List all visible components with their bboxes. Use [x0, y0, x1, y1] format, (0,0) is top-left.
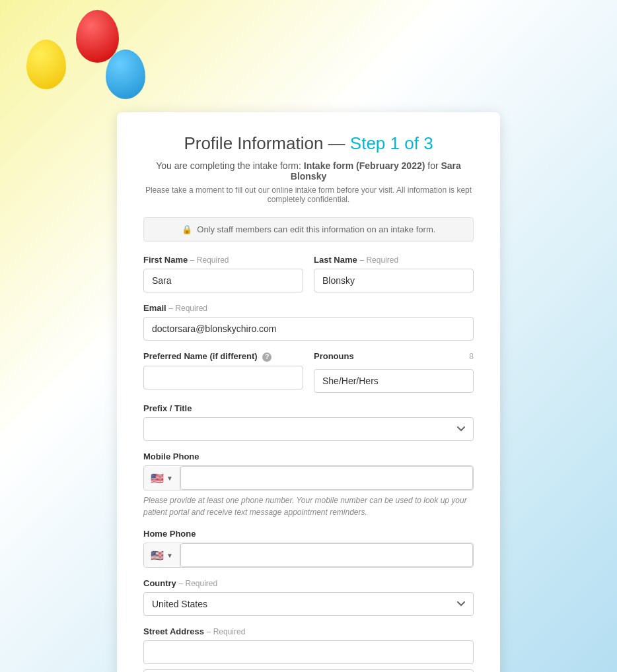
prefix-title-label: Prefix / Title: [143, 403, 474, 413]
preferred-name-help-icon[interactable]: ?: [262, 353, 272, 362]
street-address-input[interactable]: [143, 640, 474, 664]
mobile-phone-label: Mobile Phone: [143, 452, 474, 461]
country-select-wrapper: United States Canada United Kingdom Aust…: [143, 592, 474, 616]
pronouns-label: Pronouns: [314, 351, 354, 361]
suite-number-input[interactable]: [143, 669, 474, 672]
pronouns-group: Pronouns 8: [314, 351, 474, 393]
staff-only-banner: 🔒 Only staff members can edit this infor…: [143, 217, 474, 242]
name-row: First Name – Required Last Name – Requir…: [143, 255, 474, 292]
balloon-red: [76, 10, 119, 63]
mobile-phone-input[interactable]: [180, 466, 473, 490]
intake-form-name: Intake form (February 2022): [304, 160, 425, 171]
balloon-blue: [106, 50, 145, 99]
home-phone-field-row: 🇺🇸 ▼: [143, 543, 474, 568]
preferred-name-input[interactable]: [143, 366, 303, 389]
lock-icon: 🔒: [182, 224, 192, 234]
country-label: Country – Required: [143, 578, 474, 588]
balloons-decoration: [26, 7, 145, 119]
preferred-name-label: Preferred Name (if different) ?: [143, 351, 303, 362]
preferred-name-group: Preferred Name (if different) ?: [143, 351, 303, 393]
last-name-group: Last Name – Required: [314, 255, 474, 292]
email-input[interactable]: [143, 317, 474, 341]
street-address-group: Street Address – Required: [143, 626, 474, 672]
email-group: Email – Required: [143, 303, 474, 341]
form-card: Profile Information — Step 1 of 3 You ar…: [117, 112, 500, 672]
home-phone-flag: 🇺🇸: [151, 549, 164, 562]
mobile-phone-flag: 🇺🇸: [151, 472, 164, 485]
step-label: Step 1 of 3: [350, 133, 433, 153]
country-select[interactable]: United States Canada United Kingdom Aust…: [143, 592, 474, 616]
page-title: Profile Information — Step 1 of 3: [143, 133, 474, 154]
mobile-phone-field-row: 🇺🇸 ▼: [143, 465, 474, 490]
subtitle: You are completing the intake form: Inta…: [143, 160, 474, 182]
home-phone-flag-select[interactable]: 🇺🇸 ▼: [144, 544, 180, 567]
subtitle-note: Please take a moment to fill out our onl…: [143, 185, 474, 204]
prefix-title-group: Prefix / Title Mr. Mrs. Ms. Dr. Prof.: [143, 403, 474, 441]
page-title-text: Profile Information —: [184, 133, 349, 153]
mobile-phone-hint: Please provide at least one phone number…: [143, 494, 474, 518]
first-name-input[interactable]: [143, 269, 303, 292]
preferred-pronouns-row: Preferred Name (if different) ? Pronouns…: [143, 351, 474, 393]
last-name-input[interactable]: [314, 269, 474, 292]
home-phone-input[interactable]: [180, 543, 473, 567]
first-name-label: First Name – Required: [143, 255, 303, 265]
last-name-label: Last Name – Required: [314, 255, 474, 265]
pronouns-char-count: 8: [469, 352, 474, 361]
country-group: Country – Required United States Canada …: [143, 578, 474, 616]
mobile-phone-flag-select[interactable]: 🇺🇸 ▼: [144, 467, 180, 490]
staff-banner-text: Only staff members can edit this informa…: [197, 224, 435, 234]
street-address-label: Street Address – Required: [143, 626, 474, 636]
prefix-title-select[interactable]: Mr. Mrs. Ms. Dr. Prof.: [143, 417, 474, 441]
mobile-phone-group: Mobile Phone 🇺🇸 ▼ Please provide at leas…: [143, 452, 474, 518]
home-phone-group: Home Phone 🇺🇸 ▼: [143, 529, 474, 568]
home-phone-chevron-icon: ▼: [166, 552, 173, 559]
pronouns-input[interactable]: [314, 369, 474, 393]
home-phone-label: Home Phone: [143, 529, 474, 539]
pronouns-label-row: Pronouns 8: [314, 351, 474, 361]
email-label: Email – Required: [143, 303, 474, 313]
mobile-phone-chevron-icon: ▼: [166, 475, 173, 482]
first-name-group: First Name – Required: [143, 255, 303, 292]
balloon-yellow: [26, 40, 66, 89]
